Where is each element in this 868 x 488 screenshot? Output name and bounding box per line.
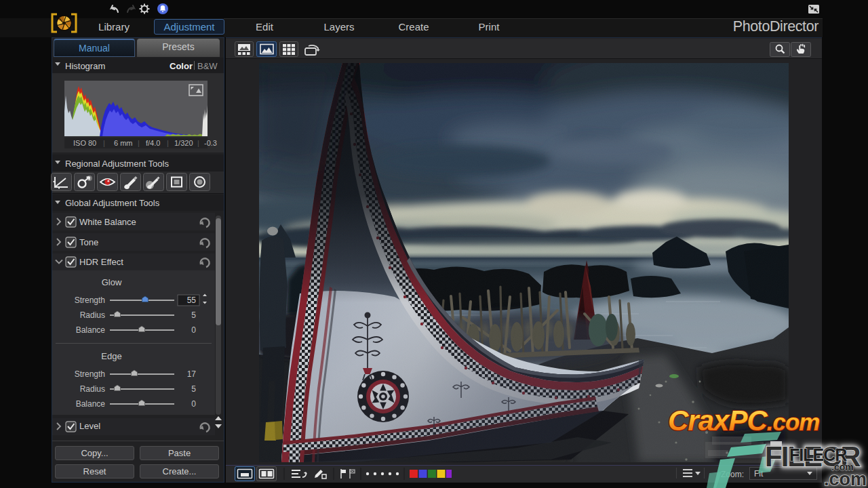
svg-text:.com: .com xyxy=(824,469,867,488)
svg-text:55: 55 xyxy=(187,296,197,305)
